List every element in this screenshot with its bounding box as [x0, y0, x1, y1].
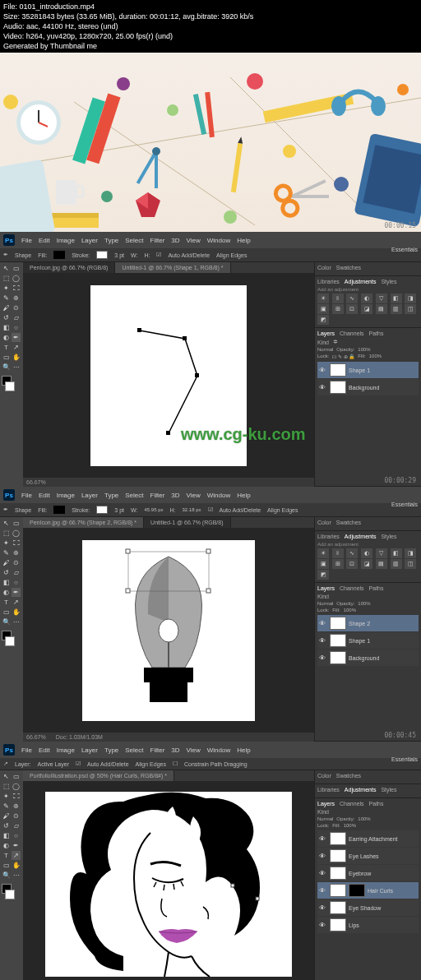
paths-tab[interactable]: Paths — [369, 331, 384, 336]
adj-thresh-icon[interactable]: ▥ — [391, 304, 402, 314]
zoom-tool-icon[interactable]: 🔍 — [2, 363, 11, 372]
visibility-icon[interactable]: 👁 — [319, 637, 327, 645]
visibility-icon[interactable]: 👁 — [319, 654, 327, 662]
history-tool-icon[interactable]: ↺ — [2, 313, 11, 322]
menu-file[interactable]: File — [21, 237, 32, 244]
menu-image[interactable]: Image — [57, 492, 75, 499]
gradient-tool-icon[interactable]: ◧ — [2, 578, 11, 587]
lasso-tool-icon[interactable]: ◯ — [12, 274, 21, 283]
opacity-val[interactable]: 100% — [358, 816, 370, 821]
hand-tool-icon[interactable]: ✋ — [12, 608, 21, 617]
workspace-selector[interactable]: Essentials — [391, 756, 418, 762]
menu-layer[interactable]: Layer — [81, 237, 98, 244]
history-tool-icon[interactable]: ↺ — [2, 821, 11, 830]
eraser-tool-icon[interactable]: ▱ — [12, 568, 21, 577]
menu-image[interactable]: Image — [57, 237, 75, 244]
adj-gradient-icon[interactable]: ◫ — [405, 304, 416, 314]
adj-mixer-icon[interactable]: ⊞ — [332, 304, 344, 314]
eyedropper-tool-icon[interactable]: ✎ — [2, 294, 11, 303]
menu-window[interactable]: Window — [207, 492, 230, 499]
styles-tab[interactable]: Styles — [381, 279, 396, 284]
lock-icons[interactable]: ⊡ ✎ ⊕ 🔒 — [332, 354, 354, 359]
layer-name[interactable]: Eye Shadow — [349, 905, 381, 911]
opt-shape[interactable]: Shape — [15, 507, 31, 513]
path-tool-icon[interactable]: ↗ — [12, 343, 21, 352]
dodge-tool-icon[interactable]: ◐ — [2, 333, 11, 342]
layer-item[interactable]: 👁Background — [317, 379, 419, 395]
adj-poster-icon[interactable]: ▤ — [376, 304, 387, 314]
doc-tab-2[interactable]: Untitled-1 @ 66.7% (RGB/8) — [144, 517, 230, 528]
menu-select[interactable]: Select — [125, 492, 143, 499]
canvas-area[interactable] — [23, 273, 314, 478]
opt-align[interactable]: Align Edges — [136, 761, 166, 767]
menu-3d[interactable]: 3D — [171, 237, 179, 244]
adj-icon[interactable]: ◩ — [317, 570, 329, 580]
adj-hue-icon[interactable]: ◧ — [391, 294, 402, 303]
opt-active[interactable]: Active Layer — [37, 761, 69, 767]
w-val[interactable]: 45.95 px — [144, 507, 163, 512]
gradient-tool-icon[interactable]: ◧ — [2, 323, 11, 332]
menu-select[interactable]: Select — [125, 747, 143, 754]
edit-tool-icon[interactable]: ⋯ — [12, 363, 21, 372]
stroke-swatch[interactable] — [96, 251, 108, 259]
zoom-tool-icon[interactable]: 🔍 — [2, 617, 11, 626]
channels-tab[interactable]: Channels — [340, 801, 364, 807]
blur-tool-icon[interactable]: ○ — [12, 578, 21, 587]
adj-levels-icon[interactable]: ⫴ — [332, 294, 344, 303]
adj-icon[interactable]: ◧ — [391, 548, 402, 558]
marquee-tool-icon[interactable]: ⬚ — [2, 274, 11, 283]
rect-tool-icon[interactable]: ▭ — [2, 608, 11, 617]
pen-tool-icon[interactable]: ✒ — [12, 588, 21, 597]
swatches-tab[interactable]: Swatches — [336, 520, 361, 525]
eyedropper-tool-icon[interactable]: ✎ — [2, 548, 11, 557]
adj-curves-icon[interactable]: ∿ — [346, 294, 358, 303]
adj-icon[interactable]: ⊞ — [332, 559, 344, 569]
menu-help[interactable]: Help — [237, 747, 250, 754]
gradient-tool-icon[interactable]: ◧ — [2, 831, 11, 840]
styles-tab[interactable]: Styles — [381, 787, 396, 793]
brush-tool-icon[interactable]: 🖌 — [2, 811, 11, 821]
eraser-tool-icon[interactable]: ▱ — [12, 821, 21, 830]
layer-name[interactable]: Shape 1 — [349, 638, 370, 644]
menu-edit[interactable]: Edit — [39, 492, 50, 499]
opt-shape[interactable]: Shape — [15, 252, 31, 258]
canvas-area[interactable] — [23, 528, 314, 733]
path-tool-icon[interactable]: ↗ — [12, 598, 21, 607]
checkbox-icon[interactable]: ☐ — [173, 760, 178, 767]
paths-tab[interactable]: Paths — [369, 585, 384, 591]
history-tool-icon[interactable]: ↺ — [2, 568, 11, 577]
layers-tab[interactable]: Layers — [317, 801, 335, 807]
artboard-tool-icon[interactable]: ▭ — [12, 772, 21, 781]
adj-bw-icon[interactable]: ◨ — [405, 294, 416, 303]
layer-name[interactable]: Shape 2 — [349, 621, 370, 626]
hand-tool-icon[interactable]: ✋ — [12, 353, 21, 362]
doc-tab-1[interactable]: PenIcon.jpg @ 66.7% (RGB/8) — [23, 262, 115, 273]
wand-tool-icon[interactable]: ✦ — [2, 792, 11, 801]
adj-icon[interactable]: ◨ — [405, 548, 416, 558]
layer-name[interactable]: Eye Lashes — [349, 853, 379, 859]
adjustments-tab[interactable]: Adjustments — [345, 279, 377, 284]
doc-tab-2[interactable]: Untitled-1 @ 66.7% (Shape 1, RGB/8) * — [115, 262, 230, 273]
libraries-tab[interactable]: Libraries — [317, 534, 340, 539]
crop-tool-icon[interactable]: ⛶ — [12, 284, 21, 293]
rect-tool-icon[interactable]: ▭ — [2, 353, 11, 362]
wand-tool-icon[interactable]: ✦ — [2, 284, 11, 293]
checkbox-icon[interactable]: ☑ — [76, 760, 81, 767]
adj-icon[interactable]: ☀ — [317, 548, 329, 558]
opt-auto[interactable]: Auto Add/Delete — [220, 507, 261, 513]
layer-name[interactable]: Eyebrow — [349, 871, 371, 876]
menu-window[interactable]: Window — [207, 237, 230, 244]
type-tool-icon[interactable]: T — [2, 598, 11, 607]
edit-tool-icon[interactable]: ⋯ — [12, 871, 21, 880]
layer-item[interactable]: 👁Shape 2 — [317, 615, 419, 631]
background-color[interactable] — [5, 636, 15, 646]
fill-val[interactable]: 100% — [369, 354, 382, 359]
layer-name[interactable]: Earring Attachment — [349, 836, 398, 842]
menu-view[interactable]: View — [187, 492, 201, 499]
doc-tab-1[interactable]: PenIcon.jpg @ 66.7% (Shape 2, RGB/8) * — [23, 517, 144, 528]
menu-window[interactable]: Window — [207, 747, 230, 754]
channels-tab[interactable]: Channels — [340, 585, 364, 591]
pen-tool-icon[interactable]: ✒ — [12, 333, 21, 342]
opacity-val[interactable]: 100% — [358, 601, 370, 606]
layer-item[interactable]: 👁Eye Shadow — [317, 899, 419, 916]
